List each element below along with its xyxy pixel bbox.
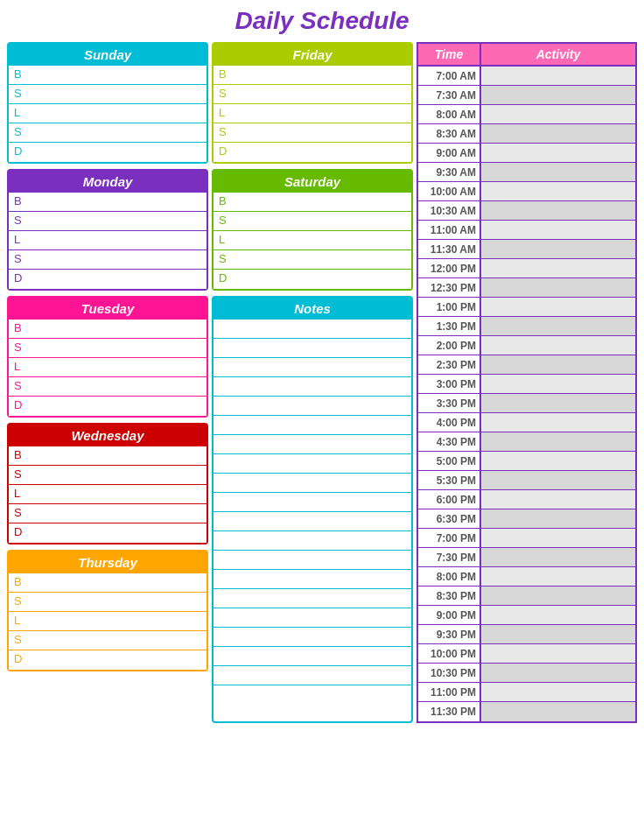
table-row[interactable]: 10:30 PM [418,664,635,683]
activity-cell[interactable] [481,587,635,605]
table-row[interactable]: 11:30 PM [418,702,635,721]
activity-cell[interactable] [481,394,635,412]
table-row[interactable]: 9:30 AM [418,163,635,182]
activity-cell[interactable] [481,355,635,374]
activity-cell[interactable] [481,317,635,335]
activity-cell[interactable] [481,644,635,663]
activity-cell[interactable] [481,259,635,278]
list-item[interactable]: B [9,573,206,593]
list-item[interactable]: S [214,250,411,270]
table-row[interactable]: 5:00 PM [418,452,635,471]
list-item[interactable]: B [9,193,206,212]
table-row[interactable]: 8:30 AM [418,124,635,144]
table-row[interactable]: 1:00 PM [418,298,635,317]
activity-cell[interactable] [481,278,635,297]
table-row[interactable]: 6:30 PM [418,509,635,529]
table-row[interactable]: 10:00 AM [418,182,635,201]
table-row[interactable]: 7:00 AM [418,67,635,86]
list-item[interactable]: S [9,504,206,523]
list-item[interactable]: B [214,193,411,212]
list-item[interactable]: S [9,339,206,358]
table-row[interactable]: 11:00 PM [418,683,635,702]
list-item[interactable]: S [214,85,411,104]
list-item[interactable]: S [9,123,206,143]
table-row[interactable]: 9:00 PM [418,606,635,625]
activity-cell[interactable] [481,702,635,721]
list-item[interactable]: D [9,523,206,543]
activity-cell[interactable] [481,567,635,586]
activity-cell[interactable] [481,509,635,528]
activity-cell[interactable] [481,683,635,701]
activity-cell[interactable] [481,86,635,104]
table-row[interactable]: 1:30 PM [418,317,635,336]
notes-row[interactable] [214,589,411,608]
notes-row[interactable] [214,474,411,493]
list-item[interactable]: S [9,250,206,270]
table-row[interactable]: 9:00 AM [418,144,635,163]
notes-row[interactable] [214,377,411,397]
list-item[interactable]: S [9,212,206,231]
activity-cell[interactable] [481,182,635,200]
notes-row[interactable] [214,320,411,339]
notes-row[interactable] [214,666,411,685]
list-item[interactable]: L [9,231,206,250]
notes-row[interactable] [214,531,411,551]
notes-row[interactable] [214,570,411,589]
list-item[interactable]: B [9,446,206,466]
table-row[interactable]: 5:30 PM [418,471,635,490]
activity-cell[interactable] [481,201,635,220]
list-item[interactable]: B [214,66,411,85]
activity-cell[interactable] [481,240,635,258]
table-row[interactable]: 7:30 AM [418,86,635,105]
notes-row[interactable] [214,647,411,666]
activity-cell[interactable] [481,490,635,509]
table-row[interactable]: 11:00 AM [418,221,635,240]
activity-cell[interactable] [481,105,635,123]
activity-cell[interactable] [481,144,635,162]
list-item[interactable]: L [214,231,411,250]
list-item[interactable]: S [9,631,206,650]
table-row[interactable]: 11:30 AM [418,240,635,259]
table-row[interactable]: 10:00 PM [418,644,635,664]
list-item[interactable]: S [9,593,206,612]
table-row[interactable]: 3:30 PM [418,394,635,413]
notes-row[interactable] [214,512,411,531]
table-row[interactable]: 4:30 PM [418,432,635,452]
activity-cell[interactable] [481,664,635,682]
list-item[interactable]: S [9,377,206,397]
list-item[interactable]: L [214,104,411,123]
table-row[interactable]: 8:30 PM [418,587,635,606]
list-item[interactable]: D [9,650,206,670]
list-item[interactable]: B [9,320,206,339]
table-row[interactable]: 3:00 PM [418,375,635,394]
activity-cell[interactable] [481,548,635,566]
table-row[interactable]: 6:00 PM [418,490,635,509]
list-item[interactable]: S [9,466,206,485]
table-row[interactable]: 12:00 PM [418,259,635,278]
list-item[interactable]: D [9,143,206,162]
list-item[interactable]: D [214,270,411,289]
list-item[interactable]: D [9,397,206,416]
notes-row[interactable] [214,685,411,705]
table-row[interactable]: 9:30 PM [418,625,635,644]
activity-cell[interactable] [481,606,635,624]
notes-row[interactable] [214,493,411,512]
activity-cell[interactable] [481,336,635,355]
activity-cell[interactable] [481,298,635,316]
list-item[interactable]: D [9,270,206,289]
notes-row[interactable] [214,551,411,570]
notes-row[interactable] [214,628,411,647]
activity-cell[interactable] [481,124,635,143]
notes-row[interactable] [214,358,411,377]
table-row[interactable]: 2:30 PM [418,355,635,375]
list-item[interactable]: L [9,358,206,377]
activity-cell[interactable] [481,67,635,85]
activity-cell[interactable] [481,471,635,489]
table-row[interactable]: 2:00 PM [418,336,635,355]
table-row[interactable]: 12:30 PM [418,278,635,298]
list-item[interactable]: B [9,66,206,85]
notes-row[interactable] [214,397,411,416]
list-item[interactable]: S [9,85,206,104]
list-item[interactable]: L [9,485,206,504]
activity-cell[interactable] [481,221,635,239]
